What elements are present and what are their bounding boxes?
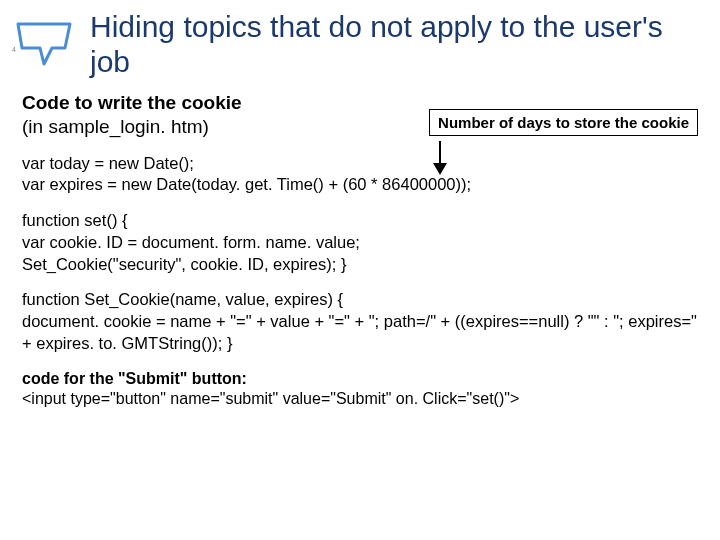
code-line: Set_Cookie("security", cookie. ID, expir… (22, 254, 698, 276)
footer-plain: <input type="button" name="submit" value… (22, 390, 519, 407)
footer-code: code for the "Submit" button: <input typ… (22, 369, 698, 411)
code-line: var today = new Date(); (22, 153, 698, 175)
page-number: 4 (12, 46, 16, 53)
arrow-down-icon (430, 141, 450, 175)
code-line: function set() { (22, 210, 698, 232)
svg-marker-1 (433, 163, 447, 175)
callout-box: Number of days to store the cookie (429, 109, 698, 136)
subheading-plain: (in sample_login. htm) (22, 116, 209, 137)
logo-icon: 4 (10, 16, 80, 75)
subheading-bold: Code to write the cookie (22, 92, 242, 113)
code-line: var expires = new Date(today. get. Time(… (22, 174, 698, 196)
code-block-3: function Set_Cookie(name, value, expires… (22, 289, 698, 354)
footer-bold: code for the "Submit" button: (22, 370, 247, 387)
code-line: document. cookie = name + "=" + value + … (22, 311, 698, 355)
code-line: function Set_Cookie(name, value, expires… (22, 289, 698, 311)
page-title: Hiding topics that do not apply to the u… (90, 10, 700, 79)
code-line: var cookie. ID = document. form. name. v… (22, 232, 698, 254)
code-block-1: var today = new Date(); var expires = ne… (22, 153, 698, 197)
code-block-2: function set() { var cookie. ID = docume… (22, 210, 698, 275)
